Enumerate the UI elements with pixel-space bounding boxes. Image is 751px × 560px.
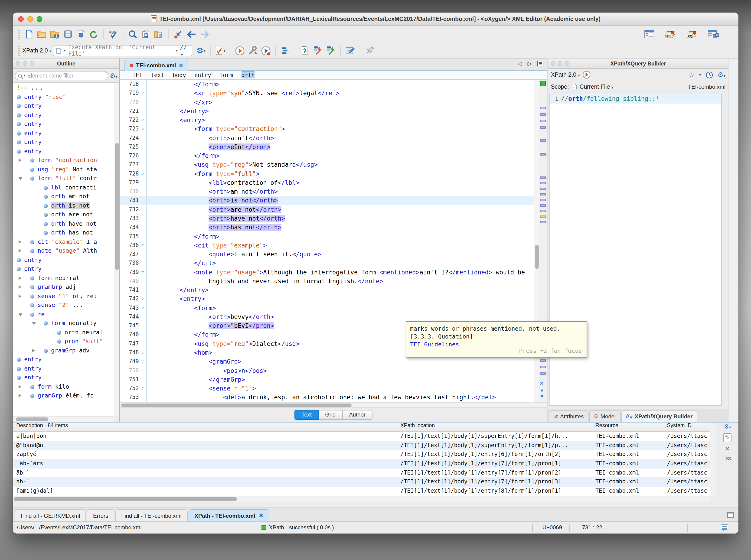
find-in-files-icon[interactable]	[140, 28, 152, 40]
run-debug-icon[interactable]: ✱	[260, 45, 272, 56]
outline-item[interactable]: orth are not	[13, 210, 114, 219]
expand-arrow-icon[interactable]	[19, 240, 21, 243]
occurrence-marker[interactable]	[540, 193, 546, 196]
outline-item[interactable]: orth am not	[13, 192, 114, 201]
outline-item[interactable]: note "usage" Alth	[13, 246, 114, 255]
expand-arrow-icon[interactable]	[19, 285, 21, 289]
breadcrumb-item-body[interactable]: body	[173, 72, 186, 78]
database-perspective-icon[interactable]	[708, 28, 719, 40]
close-tab-icon[interactable]: ✕	[259, 513, 263, 519]
scope-dropdown[interactable]: Current File ▾	[580, 83, 614, 90]
expand-arrow-icon[interactable]	[19, 385, 21, 388]
occurrence-marker[interactable]	[540, 359, 546, 362]
outline-item[interactable]: entry	[13, 364, 114, 373]
outline-item[interactable]: orth has not	[13, 228, 114, 237]
outline-item[interactable]: entry	[13, 119, 114, 128]
outline-item[interactable]: orth is not	[13, 201, 114, 210]
builder-panel-header[interactable]: XPath/XQuery Builder	[548, 59, 728, 69]
outline-item[interactable]: form "contraction	[13, 156, 114, 165]
results-horizontal-scrollbar[interactable]	[13, 496, 710, 502]
occurrence-marker[interactable]	[540, 113, 546, 116]
bottom-tab-find-all-tei-combo-xml[interactable]: Find all - TEI-combo.xml	[115, 509, 187, 521]
forward-icon[interactable]	[199, 28, 210, 40]
expand-arrow-icon[interactable]	[19, 294, 21, 298]
validate-check-icon[interactable]: ▾	[215, 45, 226, 56]
xpath-engine-dropdown[interactable]: XPath 2.0 ▾	[22, 47, 51, 54]
result-row[interactable]: 'äb-`ərs/TEI[1]/text[1]/body[1]/entry[7]…	[13, 459, 710, 468]
expand-arrow-icon[interactable]	[19, 394, 21, 398]
editor-list-icon[interactable]	[537, 61, 544, 66]
result-row[interactable]: əb-`/TEI[1]/text[1]/body[1]/entry[7]/for…	[13, 478, 710, 487]
next-editor-icon[interactable]: ▷	[528, 60, 532, 67]
occurrence-marker[interactable]	[540, 187, 546, 190]
breadcrumb-item-form[interactable]: form	[219, 72, 233, 78]
notifications-icon[interactable]	[721, 524, 728, 530]
occurrence-marker[interactable]	[540, 204, 546, 207]
fold-arrow-icon[interactable]: ▽	[139, 241, 146, 250]
xslt-debugger-icon[interactable]: XSLT	[665, 28, 676, 40]
fold-arrow-icon[interactable]: ▽	[139, 357, 146, 366]
occurrence-marker[interactable]	[540, 210, 546, 212]
list-results-icon[interactable]	[280, 45, 291, 56]
expand-arrow-icon[interactable]	[32, 348, 35, 352]
remove-result-icon[interactable]: ✕	[725, 446, 730, 452]
outline-item[interactable]: orth have not	[13, 219, 114, 228]
editor-tab-tei-combo[interactable]: TEI-combo.xml ✕	[124, 60, 188, 71]
outline-horizontal-scrollbar[interactable]	[13, 416, 114, 422]
outline-item[interactable]: usg "reg" Not sta	[13, 165, 114, 174]
outline-item[interactable]: entry	[13, 110, 114, 119]
column-description[interactable]: Description - 84 items	[16, 423, 397, 428]
clear-highlights-icon[interactable]: ✕	[540, 381, 544, 386]
remove-all-results-icon[interactable]: ✕✕	[725, 456, 730, 462]
edit-scenario-icon[interactable]	[345, 45, 356, 56]
execute-xpath-combo[interactable]: ▾ Execute XPath on 'Current File' ▾ //★	[53, 45, 193, 56]
outline-tree[interactable]: !-- ...entry "rise"entryentryentryentrye…	[13, 83, 114, 416]
result-row[interactable]: @"band@n/TEI[1]/text[1]/body[1]/superEnt…	[13, 441, 710, 450]
occurrence-marker[interactable]	[540, 216, 546, 218]
outline-item[interactable]: !-- ...	[13, 83, 114, 92]
builder-tab-model[interactable]: ✣Model	[589, 411, 620, 422]
builder-tab-attributes[interactable]: aAttributes	[550, 411, 588, 422]
outline-item[interactable]: entry	[13, 373, 114, 382]
breadcrumb-item-orth[interactable]: orth	[241, 72, 255, 78]
window-layout-icon[interactable]	[644, 28, 655, 40]
fold-arrow-icon[interactable]: ▽	[139, 303, 146, 313]
expand-arrow-icon[interactable]	[19, 158, 21, 162]
spell-check-icon[interactable]: ABC	[108, 28, 119, 40]
outline-item[interactable]: form kilo-	[13, 382, 114, 391]
jump-to-last-edit-icon[interactable]: ✱	[173, 28, 184, 40]
outline-item[interactable]: gramGrp adv	[13, 346, 114, 355]
bottom-tab-find-all-ge-rkmd-xml[interactable]: Find all - GE.RKMD.xml	[15, 509, 86, 521]
fold-arrow-icon[interactable]: ▽	[139, 268, 146, 277]
result-row[interactable]: a|ban|don/TEI[1]/text[1]/body[1]/superEn…	[13, 432, 710, 441]
run-red-icon[interactable]	[234, 45, 245, 56]
mode-tab-author[interactable]: Author	[342, 410, 373, 420]
bottom-tab-errors[interactable]: Errors	[87, 509, 114, 521]
occurrence-marker[interactable]	[540, 221, 546, 223]
previous-editor-icon[interactable]: ◁	[518, 60, 522, 67]
outline-item[interactable]: entry	[13, 146, 114, 156]
outline-item[interactable]: orth neural	[13, 327, 114, 337]
outline-item[interactable]: pron "suff"	[13, 337, 114, 346]
occurrence-marker[interactable]	[540, 107, 546, 109]
outline-item[interactable]: sense "2" ...	[13, 300, 114, 309]
outline-item[interactable]: entry	[13, 101, 114, 110]
xpath-expression-editor[interactable]: 1 //orth/following-sibling::*	[549, 94, 722, 406]
outline-item[interactable]: entry	[13, 355, 114, 364]
collapse-arrow-icon[interactable]	[32, 322, 36, 325]
collapse-arrow-icon[interactable]	[19, 313, 22, 316]
breadcrumb-item-entry[interactable]: entry	[194, 72, 211, 78]
outline-settings-gear-icon[interactable]: ⚙▾	[110, 72, 118, 79]
breadcrumb-item-text[interactable]: text	[151, 72, 164, 78]
previous-marker-icon[interactable]: ▲	[540, 387, 544, 392]
occurrence-marker[interactable]	[540, 120, 546, 122]
builder-tab-xpath-xquery-builder[interactable]: //★XPath/XQuery Builder	[621, 411, 697, 422]
highlight-pen-icon[interactable]: ✎	[723, 433, 732, 442]
mode-tab-text[interactable]: Text	[294, 410, 319, 420]
occurrence-marker[interactable]	[540, 199, 546, 201]
occurrence-marker[interactable]	[540, 139, 546, 142]
outline-vertical-scrollbar[interactable]	[114, 83, 119, 416]
open-folder-icon[interactable]	[36, 28, 47, 40]
fold-arrow-icon[interactable]: ▽	[139, 116, 146, 125]
fold-arrow-icon[interactable]: ▽	[139, 89, 146, 98]
